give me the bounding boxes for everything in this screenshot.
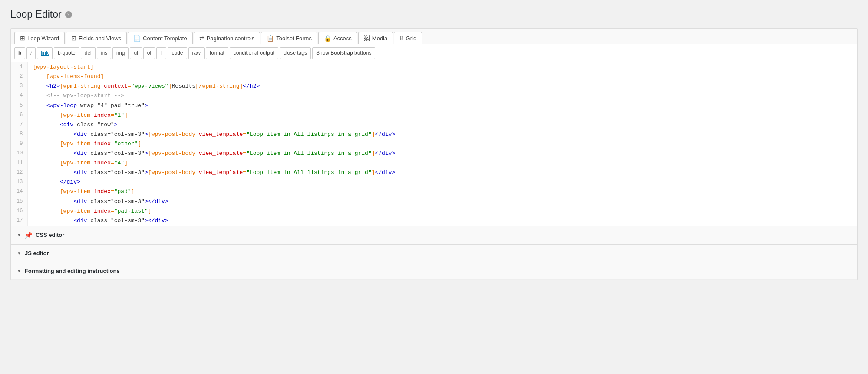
section-formatting-instructions: ▼Formatting and editing instructions — [11, 262, 857, 280]
toolbar-btn-format[interactable]: format — [206, 47, 228, 59]
tab-media[interactable]: 🖼Media — [358, 32, 393, 44]
pagination-controls-label: Pagination controls — [207, 35, 255, 42]
tab-fields-and-views[interactable]: ⊡Fields and Views — [66, 32, 127, 44]
line-content[interactable]: </div> — [27, 177, 857, 187]
code-line: 9 [wpv-item index="other"] — [11, 139, 857, 149]
chevron-down-icon: ▼ — [17, 269, 21, 273]
line-content[interactable]: <h2>[wpml-string context="wpv-views"]Res… — [27, 82, 857, 91]
toolbar-btn-link[interactable]: link — [37, 47, 53, 59]
line-number: 13 — [11, 177, 27, 187]
code-line: 17 <div class="col-sm-3"></div> — [11, 216, 857, 226]
line-content[interactable]: <div class="col-sm-3">[wpv-post-body vie… — [27, 149, 857, 158]
section-css-editor: ▼📌CSS editor — [11, 226, 857, 244]
section-header-css-editor[interactable]: ▼📌CSS editor — [11, 226, 857, 244]
toolbar-btn-del[interactable]: del — [81, 47, 96, 59]
line-content[interactable]: <div class="col-sm-3">[wpv-post-body vie… — [27, 130, 857, 139]
code-line: 5 <wpv-loop wrap="4" pad="true"> — [11, 101, 857, 111]
line-content[interactable]: <div class="col-sm-3"></div> — [27, 216, 857, 226]
code-line: 12 <div class="col-sm-3">[wpv-post-body … — [11, 168, 857, 177]
line-number: 3 — [11, 82, 27, 91]
code-line: 14 [wpv-item index="pad"] — [11, 187, 857, 197]
code-line: 10 <div class="col-sm-3">[wpv-post-body … — [11, 149, 857, 158]
code-line: 6 [wpv-item index="1"] — [11, 111, 857, 120]
line-content[interactable]: [wpv-items-found] — [27, 72, 857, 82]
line-content[interactable]: [wpv-item index="4"] — [27, 158, 857, 168]
section-title-formatting-instructions: Formatting and editing instructions — [25, 268, 120, 274]
line-number: 14 — [11, 187, 27, 197]
line-number: 5 — [11, 101, 27, 111]
toolset-forms-label: Toolset Forms — [276, 35, 312, 42]
line-number: 11 — [11, 158, 27, 168]
toolbar-btn-ul[interactable]: ul — [130, 47, 142, 59]
code-lines: 1[wpv-layout-start]2 [wpv-items-found]3 … — [11, 62, 857, 226]
toolbar-btn-img[interactable]: img — [112, 47, 129, 59]
line-number: 7 — [11, 120, 27, 130]
access-label: Access — [333, 35, 352, 42]
line-content[interactable]: [wpv-item index="other"] — [27, 139, 857, 149]
line-number: 8 — [11, 130, 27, 139]
toolbar-btn-b-quote[interactable]: b-quote — [54, 47, 79, 59]
section-header-js-editor[interactable]: ▼JS editor — [11, 245, 857, 262]
code-line: 8 <div class="col-sm-3">[wpv-post-body v… — [11, 130, 857, 139]
section-title-css-editor: CSS editor — [36, 232, 64, 238]
toolbar-btn-ins[interactable]: ins — [97, 47, 111, 59]
toolbar-btn-close-tags[interactable]: close tags — [280, 47, 311, 59]
line-content[interactable]: <div class="col-sm-3"></div> — [27, 197, 857, 207]
collapsible-sections: ▼📌CSS editor▼JS editor▼Formatting and ed… — [11, 226, 857, 280]
loop-wizard-label: Loop Wizard — [27, 35, 59, 42]
code-line: 15 <div class="col-sm-3"></div> — [11, 197, 857, 207]
line-content[interactable]: [wpv-item index="pad"] — [27, 187, 857, 197]
toolbar-btn-raw[interactable]: raw — [188, 47, 205, 59]
code-line: 3 <h2>[wpml-string context="wpv-views"]R… — [11, 82, 857, 91]
line-number: 15 — [11, 197, 27, 207]
media-icon: 🖼 — [364, 35, 370, 42]
code-line: 1[wpv-layout-start] — [11, 62, 857, 72]
fields-and-views-icon: ⊡ — [71, 35, 76, 42]
line-number: 17 — [11, 216, 27, 226]
content-template-label: Content Template — [143, 35, 187, 42]
line-content[interactable]: <div class="col-sm-3">[wpv-post-body vie… — [27, 168, 857, 177]
chevron-down-icon: ▼ — [17, 251, 21, 256]
tab-loop-wizard[interactable]: ⊞Loop Wizard — [14, 32, 65, 44]
line-content[interactable]: [wpv-item index="pad-last"] — [27, 207, 857, 216]
toolbar-btn-conditional-output[interactable]: conditional output — [230, 47, 278, 59]
content-template-icon: 📄 — [133, 35, 141, 42]
section-js-editor: ▼JS editor — [11, 244, 857, 262]
media-label: Media — [372, 35, 387, 42]
tab-access[interactable]: 🔒Access — [318, 32, 357, 44]
code-line: 4 <!-- wpv-loop-start --> — [11, 91, 857, 101]
tab-grid[interactable]: BGrid — [394, 32, 422, 44]
line-number: 6 — [11, 111, 27, 120]
toolbar-btn-show-bootstrap[interactable]: Show Bootstrap buttons — [312, 47, 375, 59]
line-content[interactable]: [wpv-item index="1"] — [27, 111, 857, 120]
toolbar-btn-li[interactable]: li — [156, 47, 166, 59]
tab-toolset-forms[interactable]: 📋Toolset Forms — [261, 32, 317, 44]
page-title: Loop Editor — [10, 9, 62, 20]
code-line: 7 <div class="row"> — [11, 120, 857, 130]
toolbar-btn-code[interactable]: code — [168, 47, 187, 59]
line-content[interactable]: <div class="row"> — [27, 120, 857, 130]
code-editor-wrapper: 1[wpv-layout-start]2 [wpv-items-found]3 … — [11, 62, 857, 226]
grid-icon: B — [399, 35, 403, 42]
tab-pagination-controls[interactable]: ⇄Pagination controls — [194, 32, 261, 44]
line-content[interactable]: [wpv-layout-start] — [27, 62, 857, 72]
line-content[interactable]: <wpv-loop wrap="4" pad="true"> — [27, 101, 857, 111]
toolbar-btn-b[interactable]: b — [14, 47, 25, 59]
pagination-controls-icon: ⇄ — [199, 35, 205, 42]
editor-wrapper: ⊞Loop Wizard⊡Fields and Views📄Content Te… — [10, 28, 858, 280]
help-icon[interactable]: ? — [65, 11, 72, 18]
tab-content-template[interactable]: 📄Content Template — [128, 32, 193, 44]
line-number: 9 — [11, 139, 27, 149]
section-header-formatting-instructions[interactable]: ▼Formatting and editing instructions — [11, 262, 857, 280]
line-number: 12 — [11, 168, 27, 177]
line-content[interactable]: <!-- wpv-loop-start --> — [27, 91, 857, 101]
loop-wizard-icon: ⊞ — [20, 35, 25, 42]
line-number: 16 — [11, 207, 27, 216]
chevron-down-icon: ▼ — [17, 233, 21, 237]
line-number: 2 — [11, 72, 27, 82]
toolbar-btn-ol[interactable]: ol — [143, 47, 155, 59]
toolbar-btn-i[interactable]: i — [26, 47, 36, 59]
code-line: 11 [wpv-item index="4"] — [11, 158, 857, 168]
code-editor[interactable]: 1[wpv-layout-start]2 [wpv-items-found]3 … — [11, 62, 857, 226]
line-number: 10 — [11, 149, 27, 158]
